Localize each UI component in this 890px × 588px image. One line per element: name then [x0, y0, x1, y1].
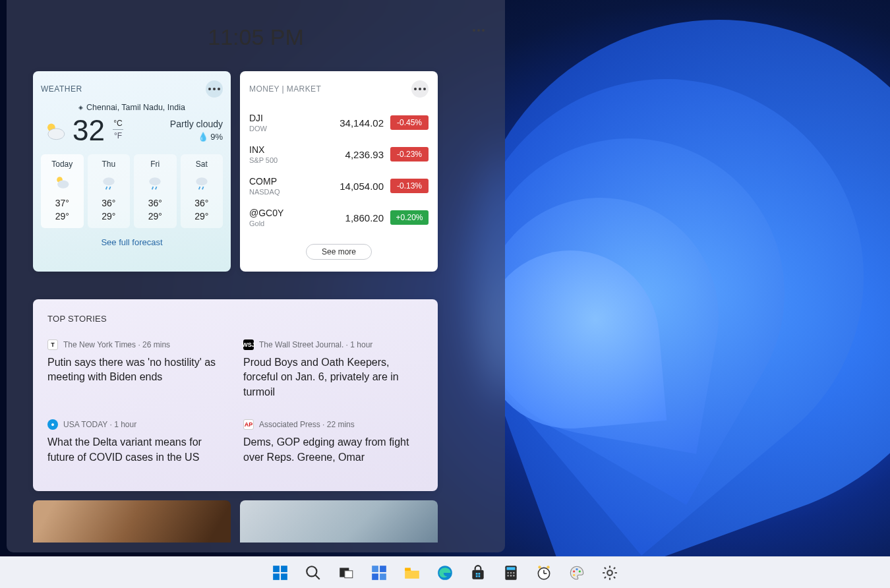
rain-icon — [100, 174, 117, 191]
store-icon — [469, 564, 487, 581]
market-row[interactable]: @GC0YGold 1,860.20 +0.20% — [249, 202, 429, 233]
widgets-icon — [371, 564, 388, 581]
svg-rect-31 — [479, 575, 481, 577]
svg-point-48 — [573, 573, 575, 575]
svg-rect-24 — [380, 573, 386, 580]
clock-icon — [535, 564, 552, 581]
forecast-lo: 29° — [88, 211, 131, 221]
forecast-day-label: Today — [41, 160, 84, 169]
svg-rect-33 — [507, 567, 516, 570]
weather-more-button[interactable] — [206, 80, 223, 98]
svg-point-45 — [573, 570, 575, 572]
unit-f[interactable]: °F — [114, 131, 122, 140]
forecast-lo: 29° — [134, 211, 177, 221]
start-button[interactable] — [267, 560, 293, 586]
top-stories-widget: TOP STORIES TThe New York Times · 26 min… — [33, 299, 438, 491]
market-row[interactable]: INXS&P 500 4,236.93 -0.23% — [249, 138, 429, 170]
svg-rect-28 — [476, 573, 478, 575]
edge-icon — [436, 564, 454, 581]
story-item[interactable]: ●USA TODAY · 1 hour What the Delta varia… — [47, 419, 227, 465]
task-view-button[interactable] — [333, 560, 359, 586]
forecast-hi: 36° — [181, 198, 223, 208]
svg-point-37 — [507, 575, 509, 577]
file-explorer-button[interactable] — [399, 560, 425, 586]
money-more-button[interactable] — [411, 80, 429, 98]
svg-point-7 — [150, 177, 161, 185]
svg-point-34 — [507, 572, 509, 573]
forecast-hi: 37° — [41, 198, 84, 208]
panel-more-button[interactable] — [469, 21, 488, 40]
money-title: MONEY | MARKET — [249, 84, 321, 94]
market-symbol: @GC0Y — [249, 208, 303, 218]
stories-title: TOP STORIES — [47, 314, 423, 324]
market-value: 4,236.93 — [303, 149, 390, 160]
forecast-day[interactable]: Sat 36° 29° — [181, 154, 223, 228]
story-source: USA TODAY · 1 hour — [63, 420, 136, 429]
news-image-tile[interactable] — [240, 500, 438, 543]
svg-line-12 — [202, 187, 204, 189]
market-change: -0.23% — [390, 147, 429, 162]
more-icon — [208, 88, 220, 90]
paint-button[interactable] — [564, 560, 590, 586]
svg-point-47 — [579, 570, 581, 572]
weather-humidity: 💧 9% — [170, 132, 223, 142]
weather-unit-toggle[interactable]: °C °F — [113, 119, 123, 140]
svg-point-43 — [538, 566, 541, 568]
widgets-button[interactable] — [366, 560, 392, 586]
svg-point-39 — [513, 575, 515, 577]
svg-rect-14 — [281, 566, 287, 572]
see-more-button[interactable]: See more — [306, 244, 372, 260]
svg-point-10 — [196, 177, 207, 185]
rain-icon — [193, 174, 210, 191]
unit-c[interactable]: °C — [113, 119, 122, 128]
partly-cloudy-icon — [53, 174, 71, 191]
story-item[interactable]: TThe New York Times · 26 mins Putin says… — [47, 339, 227, 399]
more-icon — [414, 88, 426, 90]
settings-button[interactable] — [597, 560, 623, 586]
market-name: DOW — [249, 125, 303, 132]
clock-button[interactable] — [531, 560, 557, 586]
svg-point-38 — [510, 575, 512, 577]
market-symbol: DJI — [249, 113, 303, 123]
market-row[interactable]: COMPNASDAQ 14,054.00 -0.13% — [249, 170, 429, 202]
svg-point-17 — [307, 566, 316, 576]
news-image-tile[interactable] — [33, 500, 231, 543]
forecast-day-label: Thu — [88, 160, 131, 169]
market-name: Gold — [249, 220, 303, 227]
svg-rect-29 — [479, 573, 481, 575]
weather-location: Chennai, Tamil Nadu, India — [41, 103, 223, 112]
taskbar — [0, 556, 890, 588]
svg-point-35 — [510, 572, 512, 573]
source-logo-icon: ● — [47, 419, 58, 430]
widgets-panel: 11:05 PM WEATHER Chennai, Tamil Nadu, In… — [7, 0, 505, 552]
story-headline: What the Delta variant means for future … — [47, 435, 227, 465]
svg-rect-27 — [472, 570, 483, 579]
story-source: Associated Press · 22 mins — [259, 420, 355, 429]
market-value: 34,144.02 — [303, 117, 390, 129]
calculator-button[interactable] — [498, 560, 524, 586]
market-row[interactable]: DJIDOW 34,144.02 -0.45% — [249, 107, 429, 138]
story-source: The Wall Street Journal. · 1 hour — [259, 340, 372, 349]
forecast-hi: 36° — [88, 198, 131, 208]
money-widget[interactable]: MONEY | MARKET DJIDOW 34,144.02 -0.45% I… — [240, 71, 438, 272]
story-item[interactable]: WSJThe Wall Street Journal. · 1 hour Pro… — [243, 339, 423, 399]
gear-icon — [601, 564, 618, 581]
weather-temp: 32 — [73, 116, 105, 145]
story-item[interactable]: APAssociated Press · 22 mins Dems, GOP e… — [243, 419, 423, 465]
forecast-day-label: Fri — [134, 160, 177, 169]
weather-widget[interactable]: WEATHER Chennai, Tamil Nadu, India 32 °C… — [33, 71, 231, 272]
forecast-day[interactable]: Thu 36° 29° — [88, 154, 131, 228]
market-value: 14,054.00 — [303, 181, 390, 192]
forecast-hi: 36° — [134, 198, 177, 208]
svg-line-5 — [105, 187, 107, 189]
store-button[interactable] — [465, 560, 491, 586]
see-full-forecast-link[interactable]: See full forecast — [41, 237, 223, 247]
svg-line-11 — [198, 187, 200, 189]
forecast-day[interactable]: Today 37° 29° — [41, 154, 84, 228]
forecast-day[interactable]: Fri 36° 29° — [134, 154, 177, 228]
market-value: 1,860.20 — [303, 212, 390, 223]
svg-rect-25 — [405, 568, 411, 570]
search-button[interactable] — [300, 560, 326, 586]
panel-clock: 11:05 PM — [208, 24, 304, 50]
edge-button[interactable] — [432, 560, 458, 586]
